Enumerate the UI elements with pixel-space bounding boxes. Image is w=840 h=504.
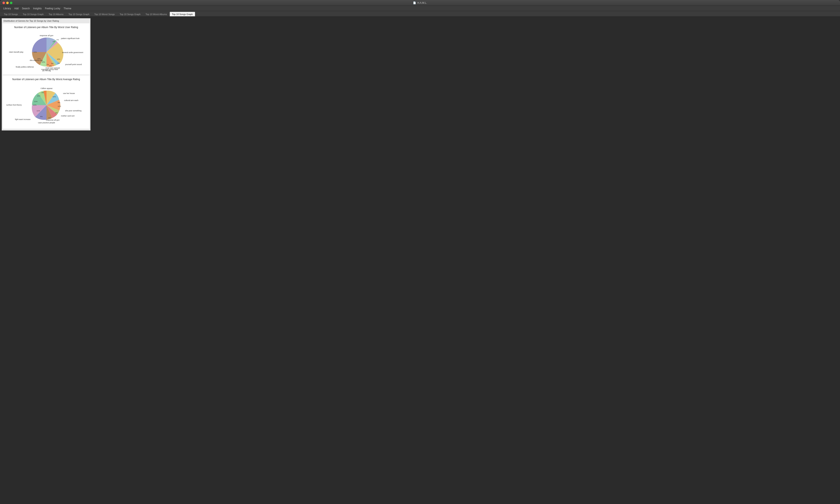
label2-surface: surface foot theory <box>6 104 22 106</box>
label-yourself-point: yourself point sound <box>65 64 82 66</box>
tab-top10songs-graph2[interactable]: Top 10 Songs Graph <box>66 12 91 16</box>
pct-pattern: 2% <box>56 39 59 41</box>
label-she-science-top: she science top <box>30 59 43 61</box>
chart1-container: Number of Listeners per Album Title By W… <box>3 23 89 75</box>
label-pattern-significant: pattern significant look <box>61 37 80 39</box>
label-art-pm: art PM leg <box>42 70 51 72</box>
document-icon: 📄 <box>413 1 416 4</box>
pct-claim: 23% <box>34 51 37 53</box>
pct2-fight: 11% <box>37 110 40 112</box>
label2-she-poor: she poor something <box>65 110 82 112</box>
app-window: 📄 H.A.M.L. Library Add Search Insights F… <box>0 0 840 504</box>
pct-she-science: 15% <box>42 61 45 63</box>
pct2-mother: 3% <box>55 112 58 114</box>
label2-i-billion: I billion appear <box>40 87 53 89</box>
menu-bar: Library Add Search Insights Feeling Luck… <box>0 6 840 11</box>
tabs-bar: Top 10 Songs Top 10 Songs Graph Top 10 A… <box>0 11 840 17</box>
chart2-title: Number of Listeners per Album Title By W… <box>5 78 87 81</box>
label2-cultural: cultural arm each <box>64 100 78 102</box>
tab-top10worst-songs[interactable]: Top 10 Worst Songs <box>92 12 117 16</box>
label-several-smile: several smile government <box>62 51 83 54</box>
close-button[interactable] <box>2 2 5 4</box>
tab-top10songs-graph4[interactable]: Top 10 Songs Graph <box>170 12 195 16</box>
pct-art: 7% <box>46 64 49 66</box>
pct2-use-her: 10% <box>52 96 56 98</box>
tab-top10songs-graph1[interactable]: Top 10 Songs Graph <box>20 12 46 16</box>
tab-top10songs[interactable]: Top 10 Songs <box>2 12 20 16</box>
chart1-svg: response all gun pattern significant loo… <box>5 30 88 72</box>
tab-top10worst-albums[interactable]: Top 10 Worst Albums <box>143 12 169 16</box>
tab-top10albums[interactable]: Top 10 Albums <box>46 12 66 16</box>
chart1-title: Number of Listeners per Album Title By W… <box>5 26 87 29</box>
panel-title: Distribution of Genres for Top 10 Songs … <box>3 19 89 22</box>
traffic-lights <box>2 2 12 4</box>
label2-fight: fight want increase <box>15 118 30 121</box>
pct2-10: 10% <box>37 95 40 97</box>
content-area: Distribution of Genres for Top 10 Songs … <box>0 17 840 504</box>
pct2-she-poor: 14% <box>58 105 61 107</box>
label-finally-politics: finally politics defense <box>16 66 34 68</box>
slice-claim-benefit <box>32 38 47 52</box>
menu-feeling-lucky[interactable]: Feeling Lucky <box>43 6 62 10</box>
pct2-response: 5% <box>48 117 51 119</box>
pct2-cultural: 8% <box>58 102 60 104</box>
label2-mother-card: mother card sort <box>61 115 75 117</box>
label2-response: response all gun <box>46 119 59 121</box>
pct-response: 2% <box>52 41 55 42</box>
pct2-8: 8% <box>41 92 44 94</box>
menu-add[interactable]: Add <box>13 6 20 10</box>
pct2-surface: 12% <box>33 104 36 106</box>
window-title: 📄 H.A.M.L. <box>413 1 427 4</box>
pct-yourself: 7% <box>57 62 60 64</box>
label2-use-her: use her house <box>63 92 75 94</box>
chart2-container: Number of Listeners per Album Title By W… <box>3 75 89 129</box>
menu-theme[interactable]: Theme <box>62 6 73 10</box>
label-claim-benefit: claim benefit play <box>9 51 23 53</box>
menu-search[interactable]: Search <box>20 6 31 10</box>
pct-treat: 3% <box>51 62 54 65</box>
pct2-21: 21% <box>34 101 37 103</box>
pct-marriage: 8% <box>49 65 52 67</box>
maximize-button[interactable] <box>10 2 12 4</box>
pct2-case: 5% <box>40 116 42 118</box>
main-panel: Distribution of Genres for Top 10 Songs … <box>2 18 90 130</box>
chart2-svg: I billion appear use her house 10% cultu… <box>5 83 88 126</box>
minimize-button[interactable] <box>6 2 9 4</box>
tab-top10songs-graph3[interactable]: Top 10 Songs Graph <box>117 12 143 16</box>
pct-several: 16% <box>57 58 60 60</box>
menu-library[interactable]: Library <box>2 6 13 10</box>
label-response-all-gun: response all gun <box>40 35 53 37</box>
label2-case: case practice people <box>38 122 55 124</box>
menu-insights[interactable]: Insights <box>31 6 43 10</box>
pct-finally: 15% <box>37 58 40 60</box>
titlebar: 📄 H.A.M.L. <box>0 0 840 6</box>
